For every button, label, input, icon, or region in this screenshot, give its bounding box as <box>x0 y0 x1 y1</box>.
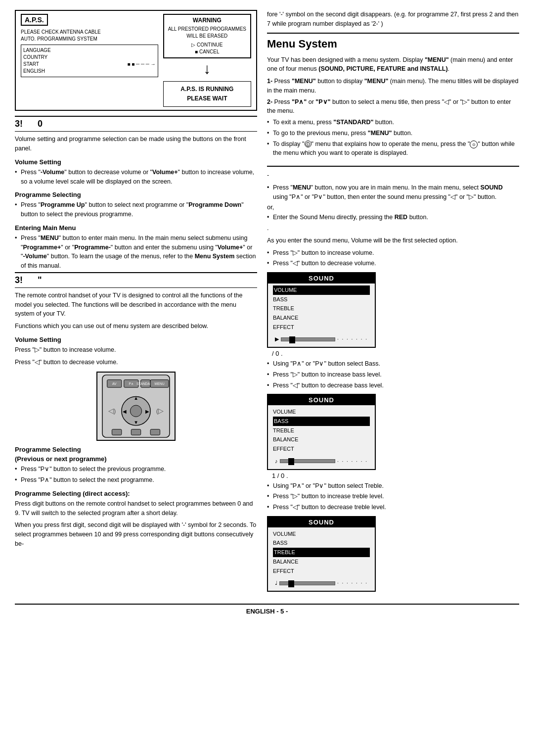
aps-running-line1: A.P.S. IS RUNNING <box>167 85 248 94</box>
menu-system-intro: Your TV has been designed with a menu sy… <box>267 55 519 74</box>
sound-item-treble-3: TREBLE <box>273 548 370 557</box>
warning-line1: ALL PRESTORED PROGRAMMES <box>168 26 246 33</box>
section-3-top-row: 3! 0 <box>15 116 257 132</box>
standard-btn: "STANDARD" <box>333 119 373 126</box>
sound-slider-row-3: ♩ · · · · · · · <box>273 577 370 589</box>
menu-bold-1: "MENU" <box>425 56 449 63</box>
svg-text:P∧: P∧ <box>129 382 134 386</box>
section-left-top-intro: Volume setting and programme selection c… <box>15 135 257 153</box>
slider-arrow-icon-3: ♩ <box>275 578 277 588</box>
aps-start-arrow: ■ ■ ─ ─ ─ → <box>127 61 155 68</box>
warning-title: WARNING <box>168 17 246 24</box>
menu-btn-1: "MENU" <box>292 78 316 85</box>
aps-row-country: COUNTRY <box>23 54 156 61</box>
sound-item-volume-1: VOLUME <box>273 285 370 295</box>
section-value-quote: " <box>38 275 42 285</box>
menu-circle-icon: ⊙ <box>470 141 478 148</box>
menu-system-ref: Menu System <box>195 253 235 260</box>
warning-box: WARNING ALL PRESTORED PROGRAMMES WILL BE… <box>163 14 251 58</box>
aps-label-language: LANGUAGE <box>23 47 51 54</box>
treble-increase: Press "▷" button to increase treble leve… <box>267 492 519 501</box>
sound-slider-row-2: ♪ · · · · · · · <box>273 456 370 467</box>
sound-menu-content-2: VOLUME BASS TREBLE BALANCE EFFECT ♪ · · … <box>268 405 375 469</box>
vol-minus-label: -Volume <box>41 169 64 176</box>
menu-bold-3: "MENU" <box>364 78 389 85</box>
programme-direct-heading: Programme Selecting (direct access): <box>15 490 257 497</box>
sound-title-3: SOUND <box>268 517 375 527</box>
section-number-3b: 3! <box>15 275 23 285</box>
programme-selecting-2-heading2: (Previous or next programme) <box>15 455 257 463</box>
menu-system-title: Menu System <box>267 38 519 50</box>
sound-item-bass-1: BASS <box>273 295 370 304</box>
cancel-icon: ■ <box>195 49 198 54</box>
svg-text:▲: ▲ <box>134 396 138 401</box>
slider-arrow-icon-1: ▶ <box>275 334 279 344</box>
step1-label: 1- <box>267 78 272 85</box>
aps-title: A.P.S. <box>21 14 48 26</box>
sound-menu-content-1: VOLUME BASS TREBLE BALANCE EFFECT ▶ · · … <box>268 284 375 347</box>
down-arrow: ↓ <box>163 61 251 76</box>
sound-para1: Press "MENU" button, now you are in main… <box>267 183 519 202</box>
p-down-btn: "P∨" <box>315 98 330 105</box>
prog-down-label: Programme Down <box>188 201 241 208</box>
programme-next: Press "P∧" button to select the next pro… <box>15 475 257 485</box>
p-up-btn: "P∧" <box>292 98 307 105</box>
sound-item-effect-1: EFFECT <box>273 323 370 332</box>
svg-text:▶: ▶ <box>145 409 149 414</box>
section-value-0: 0 <box>38 119 43 129</box>
sound-item-bass-3: BASS <box>273 538 370 548</box>
right-top-intro: fore '-' symbol on the second digit disa… <box>267 10 519 29</box>
menu-info: To display "ⓘ" menu that explains how to… <box>267 140 519 158</box>
programme-selecting-2-container: Programme Selecting (Previous or next pr… <box>15 446 257 463</box>
bass-info1: Using "P∧" or "P∨" button select Bass. <box>267 359 519 369</box>
aps-right: WARNING ALL PRESTORED PROGRAMMES WILL BE… <box>163 14 251 107</box>
bass-decrease: Press "◁" button to decrease bass level. <box>267 381 519 390</box>
programme-selecting-2-heading1: Programme Selecting <box>15 446 257 453</box>
programme-direct-text: Press digit buttons on the remote contro… <box>15 499 257 518</box>
menu-btn-3: MENU <box>293 184 311 191</box>
red-btn: RED <box>395 214 407 221</box>
svg-text:◀: ◀ <box>123 409 127 414</box>
aps-table: LANGUAGE COUNTRY START ■ ■ ─ ─ ─ → ENGLI… <box>21 45 158 77</box>
svg-point-10 <box>130 405 141 417</box>
step2-label: 2- <box>267 98 272 105</box>
sound-menu-content-3: VOLUME BASS TREBLE BALANCE EFFECT ♩ · · … <box>268 527 375 591</box>
bass-value: 1 / 0 . <box>272 472 519 479</box>
aps-row-language: LANGUAGE <box>23 47 156 54</box>
volume-value: / 0 . <box>272 350 519 357</box>
menu-label-1: MENU <box>41 235 59 241</box>
sound-item-effect-3: EFFECT <box>273 567 370 576</box>
sound-item-volume-2: VOLUME <box>273 407 370 417</box>
menu-step1: 1- Press "MENU" button to display "MENU"… <box>267 77 519 95</box>
sound-item-effect-2: EFFECT <box>273 444 370 454</box>
sound-item-balance-3: BALANCE <box>273 557 370 567</box>
section-left-mid-para2: Functions which you can use out of menu … <box>15 322 257 331</box>
warning-continue: ▷ CONTINUE <box>168 42 246 48</box>
svg-text:▼: ▼ <box>134 420 138 425</box>
info-icon: ⓘ <box>305 141 312 147</box>
svg-text:MENU: MENU <box>155 382 165 386</box>
aps-row-start: START ■ ■ ─ ─ ─ → <box>23 61 156 68</box>
sound-title-2: SOUND <box>268 395 375 405</box>
page-footer: ENGLISH - 5 - <box>15 604 519 615</box>
volume-setting-2-increase: Press "▷" button to increase volume. <box>15 345 257 355</box>
slider-dots-3: · · · · · · · <box>337 579 368 587</box>
vol-plus-label: Volume+ <box>152 169 178 176</box>
or-text: or, <box>267 203 519 211</box>
sound-item-bass-2: BASS <box>273 417 370 426</box>
sound-menu-box-1: SOUND VOLUME BASS TREBLE BALANCE EFFECT … <box>267 272 376 348</box>
slider-thumb-2 <box>288 458 294 465</box>
continue-label: CONTINUE <box>197 42 222 47</box>
sound-vol-decrease: Press "◁" button to decrease volume. <box>267 259 519 268</box>
prog-up-label: Programme Up <box>41 201 85 208</box>
svg-text:AV: AV <box>112 382 117 386</box>
aps-box: A.P.S. PLEASE CHECK ANTENNA CABLE AUTO. … <box>15 10 257 111</box>
left-column-top: A.P.S. PLEASE CHECK ANTENNA CABLE AUTO. … <box>15 10 257 594</box>
aps-label-start: START <box>23 61 39 68</box>
cancel-label: CANCEL <box>199 49 220 54</box>
sound-item-treble-2: TREBLE <box>273 426 370 435</box>
slider-dots-2: · · · · · · · <box>337 457 368 466</box>
aps-line1: PLEASE CHECK ANTENNA CABLE <box>21 29 158 36</box>
slider-thumb-3 <box>288 580 294 587</box>
volume-setting-1-heading: Volume Setting <box>15 158 257 166</box>
